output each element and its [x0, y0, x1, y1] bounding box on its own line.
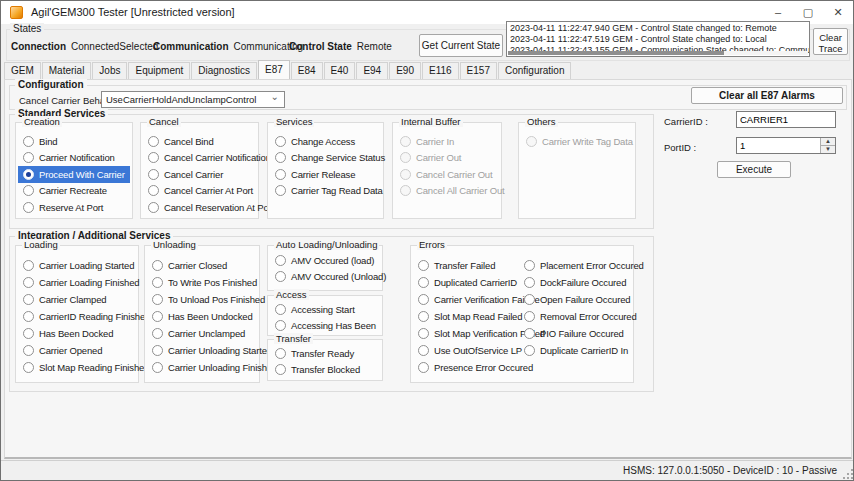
- radio-label: Carrier Recreate: [39, 185, 107, 196]
- radio-transfer-failed[interactable]: Transfer Failed: [413, 257, 517, 274]
- group-errors: ErrorsTransfer FailedDuplicated CarrierI…: [410, 245, 634, 383]
- radio-transfer-blocked[interactable]: Transfer Blocked: [270, 361, 380, 377]
- tab-material[interactable]: Material: [42, 62, 92, 79]
- radio-pio-failure-occured[interactable]: PIO Failure Occured: [519, 325, 631, 342]
- radio-icon: [23, 185, 34, 196]
- resize-grip-icon[interactable]: [843, 469, 853, 479]
- radio-carrier-loading-started[interactable]: Carrier Loading Started: [18, 257, 136, 274]
- tab-jobs[interactable]: Jobs: [92, 62, 127, 79]
- radio-carrier-unclamped[interactable]: Carrier Unclamped: [147, 325, 257, 342]
- radio-carrier-release[interactable]: Carrier Release: [270, 166, 381, 183]
- radio-label: DockFailure Occured: [540, 277, 626, 288]
- dropdown-selected-value: UseCarrierHoldAndUnclampControl: [106, 92, 256, 107]
- radio-carrier-recreate[interactable]: Carrier Recreate: [18, 183, 130, 200]
- carrier-id-input[interactable]: [736, 111, 836, 128]
- radio-icon: [418, 260, 429, 271]
- radio-to-unload-pos-finished[interactable]: To Unload Pos Finished: [147, 291, 257, 308]
- radio-cancel-reservation-at-port[interactable]: Cancel Reservation At Port: [143, 199, 256, 216]
- port-id-stepper[interactable]: ▲ ▼: [736, 137, 836, 154]
- radio-duplicate-carrierid-in[interactable]: Duplicate CarrierID In: [519, 342, 631, 359]
- radio-placement-error-occured[interactable]: Placement Error Occured: [519, 257, 631, 274]
- radio-icon: [400, 169, 411, 180]
- execute-button[interactable]: Execute: [717, 161, 791, 178]
- radio-label: Carrier Notification: [39, 152, 115, 163]
- radio-removal-error-occured[interactable]: Removal Error Occured: [519, 308, 631, 325]
- radio-label: Bind: [39, 136, 57, 147]
- radio-amv-occured-load[interactable]: AMV Occured (load): [270, 252, 380, 268]
- radio-slot-map-read-failed[interactable]: Slot Map Read Failed: [413, 308, 517, 325]
- radio-carrier-in[interactable]: Carrier In: [395, 133, 499, 150]
- radio-icon: [418, 311, 429, 322]
- radio-label: Accessing Has Been: [291, 320, 376, 331]
- tab-e90[interactable]: E90: [389, 62, 421, 79]
- tab-equipment[interactable]: Equipment: [128, 62, 190, 79]
- radio-icon: [526, 136, 537, 147]
- cancel-carrier-behavior-dropdown[interactable]: UseCarrierHoldAndUnclampControl ⌄: [101, 91, 285, 108]
- tab-configuration[interactable]: Configuration: [498, 62, 571, 79]
- radio-cancel-carrier-out[interactable]: Cancel Carrier Out: [395, 166, 499, 183]
- radio-carrier-loading-finished[interactable]: Carrier Loading Finished: [18, 274, 136, 291]
- radio-reserve-at-port[interactable]: Reserve At Port: [18, 199, 130, 216]
- states-group-label: States: [10, 23, 44, 34]
- trace-log[interactable]: 2023-04-11 11:22:47.940 GEM - Control St…: [506, 21, 810, 57]
- radio-bind[interactable]: Bind: [18, 133, 130, 150]
- radio-carrier-clamped[interactable]: Carrier Clamped: [18, 291, 136, 308]
- radio-amv-occured-unload[interactable]: AMV Occured (Unload): [270, 268, 380, 284]
- log-horizontal-scrollbar[interactable]: [508, 51, 808, 55]
- radio-carrierid-reading-finished[interactable]: CarrierID Reading Finished: [18, 308, 136, 325]
- communication-label: Communication: [153, 41, 229, 52]
- radio-label: Has Been Docked: [39, 328, 113, 339]
- radio-has-been-docked[interactable]: Has Been Docked: [18, 325, 136, 342]
- spinner-up-icon[interactable]: ▲: [821, 138, 835, 146]
- radio-use-outofservice-lp[interactable]: Use OutOfService LP: [413, 342, 517, 359]
- radio-cancel-carrier[interactable]: Cancel Carrier: [143, 166, 256, 183]
- radio-cancel-bind[interactable]: Cancel Bind: [143, 133, 256, 150]
- radio-change-service-status[interactable]: Change Service Status: [270, 150, 381, 167]
- radio-carrier-unloading-finished[interactable]: Carrier Unloading Finished: [147, 359, 257, 376]
- radio-open-failure-occured[interactable]: Open Failure Occured: [519, 291, 631, 308]
- radio-carrier-out[interactable]: Carrier Out: [395, 150, 499, 167]
- radio-label: AMV Occured (Unload): [291, 271, 386, 282]
- port-id-input[interactable]: [737, 138, 819, 153]
- tab-e87[interactable]: E87: [258, 60, 290, 79]
- radio-duplicated-carrierid[interactable]: Duplicated CarrierID: [413, 274, 517, 291]
- radio-accessing-start[interactable]: Accessing Start: [270, 301, 380, 317]
- radio-label: Carrier Out: [416, 152, 461, 163]
- radio-transfer-ready[interactable]: Transfer Ready: [270, 345, 380, 361]
- radio-cancel-carrier-notification[interactable]: Cancel Carrier Notification: [143, 150, 256, 167]
- radio-presence-error-occured[interactable]: Presence Error Occured: [413, 359, 517, 376]
- radio-cancel-all-carrier-out[interactable]: Cancel All Carrier Out: [395, 183, 499, 200]
- tab-e94[interactable]: E94: [356, 62, 388, 79]
- tab-e116[interactable]: E116: [422, 62, 459, 79]
- radio-accessing-has-been[interactable]: Accessing Has Been: [270, 317, 380, 333]
- spinner-down-icon[interactable]: ▼: [821, 146, 835, 154]
- radio-dockfailure-occured[interactable]: DockFailure Occured: [519, 274, 631, 291]
- radio-icon: [23, 202, 34, 213]
- radio-carrier-opened[interactable]: Carrier Opened: [18, 342, 136, 359]
- tab-e84[interactable]: E84: [291, 62, 323, 79]
- tab-diagnostics[interactable]: Diagnostics: [191, 62, 257, 79]
- radio-carrier-closed[interactable]: Carrier Closed: [147, 257, 257, 274]
- clear-all-e87-alarms-button[interactable]: Clear all E87 Alarms: [691, 87, 843, 104]
- radio-slot-map-reading-finished[interactable]: Slot Map Reading Finished: [18, 359, 136, 376]
- radio-label: Use OutOfService LP: [434, 345, 522, 356]
- radio-carrier-notification[interactable]: Carrier Notification: [18, 150, 130, 167]
- radio-carrier-write-tag-data[interactable]: Carrier Write Tag Data: [521, 133, 633, 150]
- tab-e40[interactable]: E40: [324, 62, 356, 79]
- radio-to-write-pos-finished[interactable]: To Write Pos Finished: [147, 274, 257, 291]
- radio-slot-map-verification-failed[interactable]: Slot Map Verification Failed: [413, 325, 517, 342]
- port-id-label: PortID :: [664, 142, 696, 153]
- radio-cancel-carrier-at-port[interactable]: Cancel Carrier At Port: [143, 183, 256, 200]
- radio-change-access[interactable]: Change Access: [270, 133, 381, 150]
- radio-carrier-tag-read-data[interactable]: Carrier Tag Read Data: [270, 183, 381, 200]
- get-current-state-button[interactable]: Get Current State: [419, 34, 503, 57]
- radio-has-been-undocked[interactable]: Has Been Undocked: [147, 308, 257, 325]
- radio-carrier-unloading-started[interactable]: Carrier Unloading Started: [147, 342, 257, 359]
- tab-e157[interactable]: E157: [460, 62, 497, 79]
- close-icon[interactable]: ✕: [823, 1, 853, 24]
- log-scrollbar-thumb[interactable]: [508, 51, 724, 55]
- clear-trace-button[interactable]: Clear Trace: [813, 28, 848, 55]
- radio-proceed-with-carrier[interactable]: Proceed With Carrier: [18, 166, 130, 183]
- tab-gem[interactable]: GEM: [4, 62, 41, 79]
- radio-carrier-verification-failure[interactable]: Carrier Verification Failure: [413, 291, 517, 308]
